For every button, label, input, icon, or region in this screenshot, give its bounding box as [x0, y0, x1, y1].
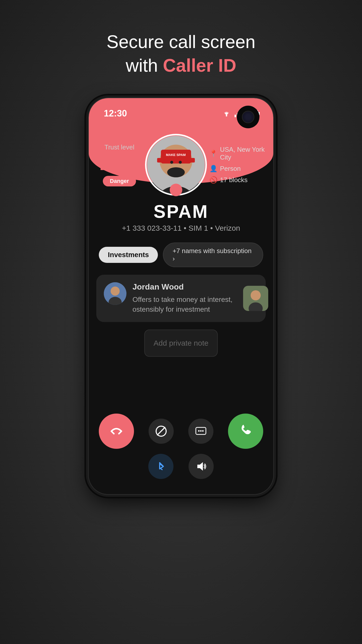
bluetooth-icon [155, 460, 167, 473]
accept-button[interactable] [228, 414, 263, 449]
phone-content: Trust level 2.17 Danger [89, 98, 273, 494]
phone-frame: 12:30 [88, 97, 274, 495]
speaker-icon [195, 460, 207, 473]
meta-type: 👤 Person [210, 165, 265, 173]
reviewer-name: Jordan Wood [132, 282, 258, 292]
decline-phone-icon [109, 424, 124, 439]
accept-phone-icon [238, 424, 253, 439]
review-text-area: Jordan Wood Offers to take money at inte… [132, 282, 258, 314]
private-note-placeholder: Add private note [154, 339, 208, 347]
status-time: 12:30 [104, 108, 127, 119]
svg-point-0 [226, 115, 227, 116]
svg-point-13 [179, 161, 182, 164]
svg-line-22 [119, 431, 121, 434]
wifi-icon [221, 110, 232, 117]
message-icon [195, 425, 207, 437]
meta-location: 📍 USA, New York City [210, 146, 265, 161]
svg-text:MAKE SPAM: MAKE SPAM [166, 153, 186, 157]
caller-avatar-container: MAKE SPAM [147, 136, 205, 194]
reviewer-comment: Offers to take money at interest, ostens… [132, 295, 258, 314]
headline: Secure call screen with Caller ID [107, 30, 255, 77]
svg-point-27 [200, 430, 202, 432]
headline-text: Secure call screen with Caller ID [107, 30, 255, 77]
meta-blocks: 🚫 17 blocks [210, 176, 265, 184]
block-button[interactable] [149, 419, 174, 444]
private-note-box[interactable]: Add private note [144, 330, 218, 357]
block-icon: 🚫 [210, 177, 217, 184]
action-row-secondary [99, 454, 263, 479]
svg-point-28 [202, 430, 204, 432]
bluetooth-button[interactable] [148, 454, 173, 479]
caller-info-row: Trust level 2.17 Danger [89, 136, 273, 194]
svg-line-21 [111, 431, 114, 434]
caller-name: SPAM [154, 201, 209, 222]
svg-point-19 [251, 290, 261, 300]
message-button[interactable] [188, 419, 213, 444]
caller-number: +1 333 023-33-11 • SIM 1 • Verizon [122, 224, 240, 232]
trust-label: Trust level [105, 143, 134, 151]
reviewer-avatar [104, 282, 126, 305]
tag-subscription[interactable]: +7 names with subscription › [163, 243, 263, 267]
caller-area: Trust level 2.17 Danger [89, 98, 273, 356]
check-icon [172, 186, 180, 194]
caller-meta: 📍 USA, New York City 👤 Person 🚫 17 block… [210, 146, 265, 184]
svg-point-11 [167, 167, 185, 177]
trust-level-box: Trust level 2.17 Danger [97, 143, 142, 186]
review-card: Jordan Wood Offers to take money at inte… [96, 275, 266, 322]
svg-rect-1 [235, 115, 236, 117]
speaker-button[interactable] [189, 454, 214, 479]
side-reviewer-avatar [243, 286, 268, 311]
svg-rect-9 [157, 158, 195, 163]
side-avatar-svg [243, 286, 268, 311]
location-icon: 📍 [210, 150, 217, 157]
reviewer-avatar-svg [104, 282, 126, 305]
trust-score: 2.17 [100, 153, 139, 173]
block-action-icon [155, 425, 167, 437]
page-background: Secure call screen with Caller ID 12:30 [0, 0, 362, 644]
action-row-main [99, 414, 263, 449]
avatar-accent-indicator [170, 184, 182, 196]
person-icon: 👤 [210, 165, 217, 172]
action-buttons-area [89, 406, 273, 494]
camera-lens [242, 111, 254, 123]
svg-point-14 [173, 187, 179, 193]
tags-row: Investments +7 names with subscription › [89, 243, 273, 267]
svg-marker-30 [197, 462, 203, 471]
svg-point-16 [111, 287, 120, 296]
danger-badge: Danger [103, 176, 136, 186]
svg-point-26 [198, 430, 200, 432]
decline-button[interactable] [99, 414, 134, 449]
svg-point-12 [170, 161, 173, 164]
svg-line-24 [157, 427, 165, 435]
tag-investments[interactable]: Investments [99, 247, 158, 263]
camera-notch [237, 106, 259, 128]
